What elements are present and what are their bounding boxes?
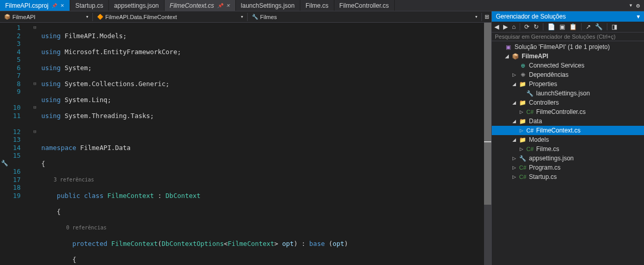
folder-icon: 📁 xyxy=(519,100,527,106)
tab-label: launchSettings.json xyxy=(241,2,295,9)
nav-label: Filmes xyxy=(260,14,277,20)
sync-icon[interactable]: ⟳ xyxy=(524,23,529,30)
expand-icon[interactable]: ▷ xyxy=(511,156,517,161)
folder-icon: 📁 xyxy=(519,118,527,125)
chevron-down-icon: ▾ xyxy=(241,14,243,19)
chevron-down-icon: ▾ xyxy=(86,14,88,19)
tab-filmecontroller[interactable]: FilmeController.cs xyxy=(334,0,395,11)
vertical-scrollbar[interactable] xyxy=(484,23,491,265)
pin-icon[interactable]: 📌 xyxy=(52,3,57,8)
tab-launchsettings[interactable]: launchSettings.json xyxy=(236,0,300,11)
expand-icon[interactable]: ▷ xyxy=(511,72,517,77)
tab-filmeapi-csproj[interactable]: FilmeAPI.csproj📌✕ xyxy=(0,0,70,11)
explorer-search[interactable]: Pesquisar em Gerenciador de Soluções (Ct… xyxy=(492,32,644,41)
project-node[interactable]: ◢📦FilmeAPI xyxy=(492,52,644,61)
connected-icon: ⊕ xyxy=(519,62,527,69)
codelens-references[interactable]: 0 referências xyxy=(41,224,484,232)
refresh-icon[interactable]: ↻ xyxy=(534,23,539,30)
expand-icon[interactable]: ▷ xyxy=(519,128,524,133)
show-all-icon[interactable]: 📄 xyxy=(548,23,555,30)
editor-tabs: FilmeAPI.csproj📌✕ Startup.cs appsettings… xyxy=(0,0,644,11)
panel-title: Gerenciador de Soluções▾ xyxy=(492,11,644,22)
expand-icon[interactable]: ◢ xyxy=(511,119,517,124)
tab-appsettings[interactable]: appsettings.json xyxy=(109,0,165,11)
home-icon[interactable]: ⌂ xyxy=(512,23,516,30)
expand-icon[interactable]: ◢ xyxy=(511,137,517,142)
models-folder[interactable]: ◢📁Models xyxy=(492,135,644,144)
data-folder[interactable]: ◢📁Data xyxy=(492,117,644,126)
csharp-file-icon: C# xyxy=(526,127,534,134)
csharp-project-icon: 📦 xyxy=(511,53,520,60)
code-view-icon[interactable]: ↗ xyxy=(586,23,591,30)
nav-member-dropdown[interactable]: 🔧Filmes▾ xyxy=(248,13,482,21)
properties-node[interactable]: ◢📁Properties xyxy=(492,79,644,89)
tab-filme[interactable]: Filme.cs xyxy=(300,0,334,11)
csharp-file-icon: C# xyxy=(519,164,527,171)
file-startup[interactable]: ▷C#Startup.cs xyxy=(492,172,644,181)
file-launchsettings[interactable]: 🔧launchSettings.json xyxy=(492,89,644,98)
expand-icon[interactable]: ▷ xyxy=(511,174,517,179)
back-icon[interactable]: ◀ xyxy=(494,23,499,30)
caret-indicator xyxy=(484,141,491,142)
json-icon: 🔧 xyxy=(526,90,534,97)
csharp-project-icon: 📦 xyxy=(4,14,10,20)
scrollbar-thumb[interactable] xyxy=(484,23,491,205)
csharp-file-icon: C# xyxy=(526,109,534,115)
tab-label: FilmeContext.cs xyxy=(170,2,214,9)
solution-node[interactable]: ▣Solução 'FilmeAPI' (1 de 1 projeto) xyxy=(492,42,644,52)
file-filmecontroller[interactable]: ▷C#FilmeController.cs xyxy=(492,107,644,117)
wrench-icon: 🔧 xyxy=(252,14,258,20)
tab-filmecontext[interactable]: FilmeContext.cs📌✕ xyxy=(165,0,236,11)
csharp-file-icon: C# xyxy=(526,146,534,152)
solution-explorer: Gerenciador de Soluções▾ ◀ ▶ ⌂ ⟳ ↻ 📄 ▣ 📋… xyxy=(491,11,644,265)
expand-icon[interactable]: ◢ xyxy=(504,54,509,59)
properties-icon[interactable]: 📋 xyxy=(569,23,577,30)
expand-icon[interactable]: ◢ xyxy=(511,81,517,87)
chevron-down-icon: ▾ xyxy=(475,14,477,19)
nav-project-dropdown[interactable]: 📦FilmeAPI▾ xyxy=(0,13,93,21)
file-appsettings[interactable]: ▷🔧appsettings.json xyxy=(492,154,644,163)
class-icon: 🔶 xyxy=(97,14,103,20)
nav-class-dropdown[interactable]: 🔶FilmeAPI.Data.FilmeContext▾ xyxy=(93,13,248,21)
tab-startup[interactable]: Startup.cs xyxy=(70,0,109,11)
code-editor[interactable]: using FilmeAPI.Models; using Microsoft.E… xyxy=(31,23,484,265)
pin-icon[interactable]: 📌 xyxy=(217,3,223,8)
connected-services-node[interactable]: ⊕Connected Services xyxy=(492,61,644,70)
nav-label: FilmeAPI xyxy=(12,14,36,20)
close-icon[interactable]: ✕ xyxy=(60,3,65,8)
forward-icon[interactable]: ▶ xyxy=(503,23,508,30)
code-nav-bar: 📦FilmeAPI▾ 🔶FilmeAPI.Data.FilmeContext▾ … xyxy=(0,11,491,23)
expand-icon[interactable]: ▷ xyxy=(511,165,517,170)
tab-label: FilmeController.cs xyxy=(340,2,389,9)
csharp-file-icon: C# xyxy=(519,174,527,180)
explorer-toolbar: ◀ ▶ ⌂ ⟳ ↻ 📄 ▣ 📋 ↗ 🔧 ◨ xyxy=(492,22,644,32)
gear-icon[interactable]: ⚙ xyxy=(632,2,644,9)
wrench-icon[interactable]: 🔧 xyxy=(595,23,603,30)
chevron-down-icon[interactable]: ▾ xyxy=(637,13,640,20)
solution-tree: ▣Solução 'FilmeAPI' (1 de 1 projeto) ◢📦F… xyxy=(492,41,644,265)
folder-icon: 📁 xyxy=(519,81,527,88)
tab-label: appsettings.json xyxy=(114,2,159,9)
preview-icon[interactable]: ◨ xyxy=(611,23,617,30)
expand-icon[interactable]: ▷ xyxy=(519,146,524,152)
solution-icon: ▣ xyxy=(504,44,512,51)
expand-icon[interactable]: ▷ xyxy=(519,109,524,114)
close-icon[interactable]: ✕ xyxy=(226,3,230,8)
codelens-references[interactable]: 3 referências xyxy=(41,176,484,184)
tab-label: FilmeAPI.csproj xyxy=(5,2,49,9)
tab-label: Filme.cs xyxy=(305,2,329,9)
controllers-folder[interactable]: ◢📁Controllers xyxy=(492,98,644,107)
tab-label: Startup.cs xyxy=(75,2,103,9)
line-numbers: 12345678910111213141516171819 xyxy=(0,23,31,265)
quick-action-icon[interactable]: 🔧 xyxy=(1,160,8,167)
collapse-icon[interactable]: ▣ xyxy=(559,23,565,30)
dependencies-node[interactable]: ▷⁜Dependências xyxy=(492,70,644,79)
folder-icon: 📁 xyxy=(519,137,527,143)
expand-icon[interactable]: ◢ xyxy=(511,100,517,105)
file-filme[interactable]: ▷C#Filme.cs xyxy=(492,144,644,154)
split-icon[interactable]: ⊞ xyxy=(482,13,491,20)
dependencies-icon: ⁜ xyxy=(519,72,527,78)
file-filmecontext[interactable]: ▷C#FilmeContext.cs xyxy=(492,126,644,135)
file-program[interactable]: ▷C#Program.cs xyxy=(492,163,644,172)
json-icon: 🔧 xyxy=(519,155,527,162)
